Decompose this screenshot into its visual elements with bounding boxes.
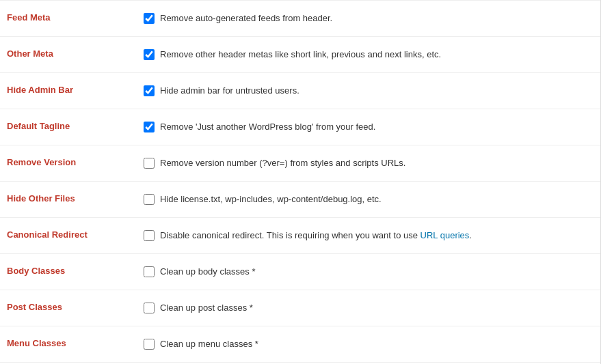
label-hide-admin-bar: Hide Admin Bar [7, 84, 144, 95]
settings-row-remove-version: Remove VersionRemove version number (?ve… [0, 145, 600, 182]
description-hide-admin-bar: Hide admin bar for untrusted users. [160, 84, 299, 98]
description-default-tagline: Remove 'Just another WordPress blog' fro… [160, 120, 375, 134]
description-feed-meta: Remove auto-generated feeds from header. [160, 12, 332, 25]
label-post-classes: Post Classes [7, 301, 144, 312]
content-default-tagline: Remove 'Just another WordPress blog' fro… [144, 120, 593, 134]
label-hide-other-files: Hide Other Files [7, 193, 144, 204]
description-menu-classes: Clean up menu classes * [160, 337, 258, 351]
checkbox-other-meta[interactable] [144, 49, 155, 60]
checkbox-hide-other-files[interactable] [144, 194, 155, 205]
content-other-meta: Remove other header metas like short lin… [144, 48, 593, 61]
content-remove-version: Remove version number (?ver=) from style… [144, 156, 593, 170]
settings-row-canonical-redirect: Canonical RedirectDisable canonical redi… [0, 218, 600, 254]
url-queries-link[interactable]: URL queries [420, 230, 470, 240]
description-body-classes: Clean up body classes * [160, 265, 255, 279]
checkbox-remove-version[interactable] [144, 158, 155, 169]
label-default-tagline: Default Tagline [7, 120, 144, 131]
settings-container: Feed MetaRemove auto-generated feeds fro… [0, 0, 601, 364]
checkbox-post-classes[interactable] [144, 303, 155, 313]
settings-row-hide-other-files: Hide Other FilesHide license.txt, wp-inc… [0, 182, 600, 218]
settings-row-default-tagline: Default TaglineRemove 'Just another Word… [0, 109, 600, 145]
checkbox-default-tagline[interactable] [144, 122, 155, 132]
label-body-classes: Body Classes [7, 265, 144, 276]
settings-row-other-meta: Other MetaRemove other header metas like… [0, 37, 600, 73]
label-menu-classes: Menu Classes [7, 337, 144, 348]
description-post-classes: Clean up post classes * [160, 301, 253, 315]
content-menu-classes: Clean up menu classes * [144, 337, 593, 351]
description-hide-other-files: Hide license.txt, wp-includes, wp-conten… [160, 193, 382, 206]
label-canonical-redirect: Canonical Redirect [7, 229, 144, 240]
checkbox-hide-admin-bar[interactable] [144, 85, 155, 96]
settings-row-menu-classes: Menu ClassesClean up menu classes * [0, 326, 600, 363]
content-feed-meta: Remove auto-generated feeds from header. [144, 12, 593, 25]
settings-row-feed-meta: Feed MetaRemove auto-generated feeds fro… [0, 0, 600, 37]
content-hide-other-files: Hide license.txt, wp-includes, wp-conten… [144, 193, 593, 206]
settings-row-body-classes: Body ClassesClean up body classes * [0, 254, 600, 290]
checkbox-feed-meta[interactable] [144, 13, 155, 24]
label-other-meta: Other Meta [7, 48, 144, 59]
label-remove-version: Remove Version [7, 156, 144, 167]
content-canonical-redirect: Disable canonical redirect. This is requ… [144, 229, 593, 242]
content-hide-admin-bar: Hide admin bar for untrusted users. [144, 84, 593, 98]
description-remove-version: Remove version number (?ver=) from style… [160, 156, 405, 170]
settings-row-post-classes: Post ClassesClean up post classes * [0, 290, 600, 326]
checkbox-body-classes[interactable] [144, 266, 155, 277]
label-feed-meta: Feed Meta [7, 12, 144, 23]
description-other-meta: Remove other header metas like short lin… [160, 48, 441, 61]
description-canonical-redirect: Disable canonical redirect. This is requ… [160, 229, 472, 242]
checkbox-canonical-redirect[interactable] [144, 230, 155, 241]
content-body-classes: Clean up body classes * [144, 265, 593, 279]
settings-row-hide-admin-bar: Hide Admin BarHide admin bar for untrust… [0, 73, 600, 109]
content-post-classes: Clean up post classes * [144, 301, 593, 315]
checkbox-menu-classes[interactable] [144, 339, 155, 350]
